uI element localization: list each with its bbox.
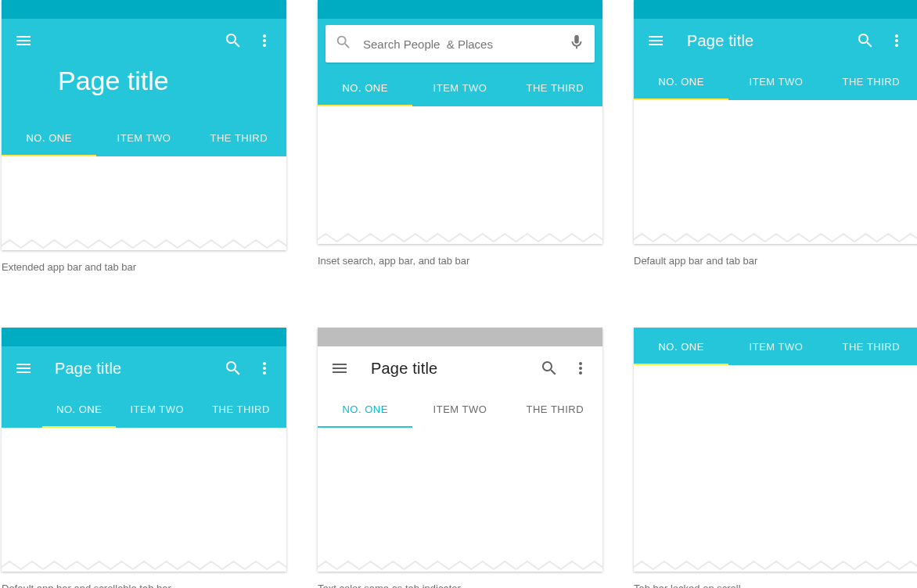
content-area — [2, 428, 286, 572]
search-icon[interactable] — [850, 25, 881, 56]
tab-two[interactable]: ITEM TWO — [728, 63, 823, 100]
tab-bar: NO. ONE ITEM TWO THE THIRD — [318, 69, 602, 106]
overflow-icon[interactable] — [565, 353, 596, 384]
panel-caption: Default app bar and tab bar — [634, 255, 917, 267]
panel-locked-tabbar: NO. ONE ITEM TWO THE THIRD — [634, 328, 917, 572]
tab-label: NO. ONE — [342, 403, 387, 415]
panel-extended-appbar: Page title NO. ONE ITEM TWO THE THIRD — [2, 0, 286, 250]
tab-label: THE THIRD — [843, 76, 901, 88]
tab-label: THE THIRD — [527, 403, 584, 415]
tab-label: THE THIRD — [527, 82, 584, 94]
panel-caption: Default app bar and scrollable tab bar — [2, 583, 286, 588]
tab-label: ITEM TWO — [433, 403, 487, 415]
tab-bar: NO. ONE ITEM TWO THE THIRD — [634, 328, 917, 365]
tab-label: NO. ONE — [658, 76, 703, 88]
app-bar: Page title — [634, 19, 917, 63]
torn-edge — [634, 231, 917, 244]
panel-caption: Text color same as tab indicator — [318, 583, 602, 588]
app-bar: Page title — [318, 346, 602, 390]
search-icon[interactable] — [218, 353, 249, 384]
content-area — [634, 100, 917, 244]
panel-white-appbar: Page title NO. ONE ITEM TWO THE THIRD — [318, 328, 602, 572]
search-box[interactable] — [325, 25, 595, 63]
tab-label: NO. ONE — [56, 403, 102, 415]
status-bar — [318, 0, 602, 19]
tab-three[interactable]: THE THIRD — [824, 328, 917, 365]
tab-two[interactable]: ITEM TWO — [116, 390, 198, 428]
tab-label: ITEM TWO — [750, 341, 804, 353]
panel-caption: Extended app bar and tab bar — [2, 261, 286, 273]
tab-one[interactable]: NO. ONE — [318, 69, 412, 106]
tab-label: ITEM TWO — [130, 403, 184, 415]
overflow-icon[interactable] — [249, 25, 280, 56]
tab-label: THE THIRD — [210, 132, 268, 144]
tab-one[interactable]: NO. ONE — [2, 119, 96, 156]
panel-scrollable-tabs: Page title NO. ONE ITEM TWO THE THIRD — [2, 328, 286, 572]
page-title: Page title — [687, 32, 850, 50]
tab-two[interactable]: ITEM TWO — [728, 328, 823, 365]
tab-bar-scrollable[interactable]: NO. ONE ITEM TWO THE THIRD — [2, 390, 286, 428]
extended-title-area: Page title — [2, 63, 286, 119]
page-title: Page title — [55, 360, 218, 378]
page-title: Page title — [58, 66, 169, 96]
search-input[interactable] — [352, 38, 568, 51]
torn-edge — [318, 558, 602, 572]
mic-icon[interactable] — [568, 34, 585, 54]
tab-two[interactable]: ITEM TWO — [412, 69, 507, 106]
tab-two[interactable]: ITEM TWO — [412, 390, 507, 428]
tab-three[interactable]: THE THIRD — [508, 69, 602, 106]
content-area — [318, 428, 602, 572]
tab-label: THE THIRD — [212, 403, 270, 415]
tab-label: NO. ONE — [342, 82, 387, 94]
torn-edge — [2, 558, 286, 572]
tab-bar: NO. ONE ITEM TWO THE THIRD — [318, 390, 602, 428]
content-area — [634, 365, 917, 572]
app-bar — [2, 19, 286, 63]
tab-label: THE THIRD — [843, 341, 901, 353]
tab-two[interactable]: ITEM TWO — [96, 119, 191, 156]
status-bar — [318, 328, 602, 346]
tab-one[interactable]: NO. ONE — [42, 390, 116, 428]
tab-label: ITEM TWO — [117, 132, 171, 144]
content-area — [2, 156, 286, 250]
panel-inset-search: NO. ONE ITEM TWO THE THIRD — [318, 0, 602, 244]
tab-three[interactable]: THE THIRD — [508, 390, 602, 428]
status-bar — [634, 0, 917, 19]
tab-label: NO. ONE — [26, 132, 71, 144]
tab-one[interactable]: NO. ONE — [318, 390, 412, 428]
tab-three[interactable]: THE THIRD — [192, 119, 286, 156]
torn-edge — [2, 237, 286, 250]
overflow-icon[interactable] — [249, 353, 280, 384]
menu-icon[interactable] — [640, 25, 671, 56]
panel-default-appbar: Page title NO. ONE ITEM TWO THE THIRD — [634, 0, 917, 244]
menu-icon[interactable] — [8, 353, 39, 384]
search-app-bar — [318, 19, 602, 69]
tab-bar: NO. ONE ITEM TWO THE THIRD — [2, 119, 286, 156]
content-area — [318, 106, 602, 244]
overflow-icon[interactable] — [881, 25, 912, 56]
status-bar — [2, 328, 286, 346]
tab-three[interactable]: THE THIRD — [824, 63, 917, 100]
torn-edge — [318, 231, 602, 244]
panel-caption: Inset search, app bar, and tab bar — [318, 255, 602, 267]
search-icon[interactable] — [218, 25, 249, 56]
menu-icon[interactable] — [8, 25, 39, 56]
app-bar: Page title — [2, 346, 286, 390]
search-icon[interactable] — [534, 353, 565, 384]
panel-caption: Tab bar locked on scroll — [634, 583, 917, 588]
search-icon — [335, 34, 352, 54]
tab-one[interactable]: NO. ONE — [634, 63, 728, 100]
tab-bar: NO. ONE ITEM TWO THE THIRD — [634, 63, 917, 100]
torn-edge — [634, 558, 917, 572]
tab-three[interactable]: THE THIRD — [198, 390, 284, 428]
tab-label: NO. ONE — [658, 341, 703, 353]
page-title: Page title — [371, 360, 534, 378]
tab-label: ITEM TWO — [433, 82, 487, 94]
tab-label: ITEM TWO — [750, 76, 804, 88]
menu-icon[interactable] — [324, 353, 355, 384]
tab-one[interactable]: NO. ONE — [634, 328, 728, 365]
status-bar — [2, 0, 286, 19]
